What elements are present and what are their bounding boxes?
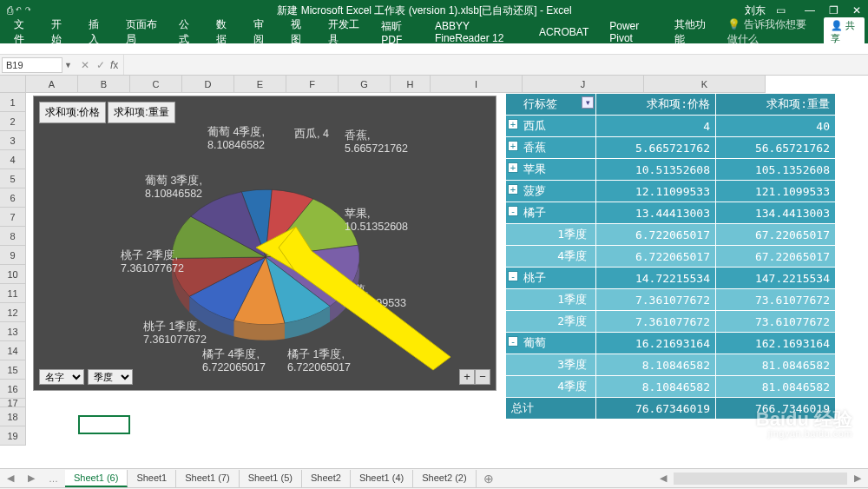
row-header[interactable]: 8 [0, 227, 26, 246]
share-button[interactable]: 👤 共享 [824, 17, 865, 47]
row-header[interactable]: 7 [0, 208, 26, 227]
expand-icon[interactable]: + [508, 141, 518, 151]
pivot-filter-icon[interactable]: ▾ [582, 96, 594, 109]
maximize-button[interactable]: ❐ [829, 4, 838, 17]
row-header[interactable]: 12 [0, 303, 26, 322]
fx-icon[interactable]: fx [110, 59, 118, 71]
tab-foxit[interactable]: 福昕PDF [371, 16, 424, 50]
row-header[interactable]: 6 [0, 188, 26, 208]
expand-icon[interactable]: - [508, 336, 518, 347]
tab-acrobat[interactable]: ACROBAT [529, 23, 599, 42]
active-cell[interactable] [78, 415, 130, 434]
chart-value-btn-2[interactable]: 求和项:重量 [108, 102, 174, 123]
tab-home[interactable]: 开始 [41, 14, 78, 50]
name-box[interactable]: B19 [2, 57, 62, 73]
expand-icon[interactable]: - [508, 271, 518, 281]
tab-developer[interactable]: 开发工具 [318, 14, 372, 50]
col-header[interactable]: H [391, 76, 431, 93]
close-button[interactable]: ✕ [852, 4, 861, 17]
sheet-nav-more[interactable]: … [42, 473, 65, 484]
col-header[interactable]: A [26, 76, 78, 93]
col-header[interactable]: K [644, 76, 766, 93]
expand-icon[interactable]: + [508, 162, 518, 173]
row-header[interactable]: 17 [0, 399, 26, 407]
tab-formulas[interactable]: 公式 [168, 14, 206, 50]
row-header[interactable]: 3 [0, 131, 26, 150]
pie-slice-label: 桃子 2季度,7.361077672 [121, 249, 184, 275]
tab-layout[interactable]: 页面布局 [115, 14, 169, 50]
tab-review[interactable]: 审阅 [243, 14, 280, 50]
row-header[interactable]: 14 [0, 341, 26, 360]
row-header[interactable]: 9 [0, 246, 26, 265]
chart-filter-name[interactable]: 名字 [39, 369, 84, 385]
expand-icon[interactable]: + [508, 184, 518, 195]
row-header[interactable]: 11 [0, 284, 26, 303]
col-header[interactable]: D [182, 76, 234, 93]
chart-expand-icon[interactable]: + [459, 369, 475, 385]
tab-view[interactable]: 视图 [280, 14, 318, 50]
formula-input[interactable] [123, 55, 868, 75]
pie-slice-label: 苹果,10.51352608 [345, 208, 408, 234]
sheet-tab[interactable]: Sheet1 (7) [176, 470, 239, 487]
col-header[interactable]: B [78, 76, 130, 93]
pie-slice-label: 西瓜, 4 [294, 128, 329, 141]
col-header[interactable]: E [234, 76, 286, 93]
namebox-dropdown-icon[interactable]: ▼ [64, 61, 72, 69]
tab-other[interactable]: 其他功能 [664, 14, 718, 50]
col-header[interactable]: I [431, 76, 523, 93]
tab-abbyy[interactable]: ABBYY FineReader 12 [424, 17, 529, 48]
tell-me[interactable]: 💡 告诉我你想要做什么 [717, 14, 824, 50]
row-header[interactable]: 1 [0, 93, 26, 112]
row-header[interactable]: 16 [0, 380, 26, 399]
chart-collapse-icon[interactable]: − [475, 369, 490, 385]
pie-chart-svg [34, 96, 497, 392]
expand-icon[interactable]: - [508, 206, 518, 216]
formula-bar: B19 ▼ ✕✓ fx [0, 55, 868, 76]
sheet-tabs: ◀ ▶ … Sheet1 (6)Sheet1Sheet1 (7)Sheet1 (… [0, 468, 868, 487]
col-header[interactable]: F [286, 76, 339, 93]
sheet-tab[interactable]: Sheet1 (4) [351, 470, 413, 487]
hscroll-left[interactable]: ◀ [653, 472, 674, 484]
pie-slice-label: 香蕉,5.665721762 [345, 129, 408, 155]
row-header[interactable]: 13 [0, 322, 26, 341]
row-header[interactable]: 19 [0, 426, 26, 446]
tab-insert[interactable]: 插入 [78, 14, 115, 50]
col-header[interactable]: C [130, 76, 182, 93]
hscroll-right[interactable]: ▶ [847, 472, 868, 484]
pivot-table[interactable]: 行标签▾求和项:价格求和项:重量+西瓜440+香蕉5.66572176256.6… [505, 93, 836, 420]
sheet-tab[interactable]: Sheet1 [128, 470, 176, 487]
expand-icon[interactable]: + [508, 119, 518, 129]
col-header[interactable]: J [523, 76, 644, 93]
sheet-nav-prev[interactable]: ◀ [0, 472, 21, 484]
chart-filter-quarter[interactable]: 季度 [88, 369, 133, 385]
row-header[interactable]: 2 [0, 112, 26, 131]
sheet-tab[interactable]: Sheet2 (2) [413, 470, 476, 487]
row-header[interactable]: 4 [0, 150, 26, 169]
chart-value-btn-1[interactable]: 求和项:价格 [39, 102, 106, 123]
pie-slice-label: 橘子 1季度,6.722065017 [287, 348, 351, 374]
select-all-corner[interactable] [0, 76, 26, 93]
pie-slice-label: 橘子 4季度,6.722065017 [202, 348, 266, 374]
worksheet-grid[interactable]: ABCDEFGHIJK 1234567891011121314151617181… [0, 76, 868, 468]
row-header[interactable]: 5 [0, 169, 26, 188]
enter-icon[interactable]: ✓ [96, 59, 105, 71]
tab-powerpivot[interactable]: Power Pivot [599, 17, 663, 48]
cancel-icon[interactable]: ✕ [81, 59, 89, 71]
pivot-chart[interactable]: 求和项:价格 求和项:重量 葡萄 4季度,8.10846582西瓜, 4香蕉,5… [33, 96, 496, 391]
sheet-tab[interactable]: Sheet2 [302, 470, 351, 487]
row-header[interactable]: 10 [0, 265, 26, 284]
pie-slice-label: 菠萝,12.11099533 [343, 284, 406, 310]
col-header[interactable]: G [339, 76, 391, 93]
row-header[interactable]: 18 [0, 407, 26, 426]
ribbon: 文件 开始 插入 页面布局 公式 数据 审阅 视图 开发工具 福昕PDF ABB… [0, 21, 868, 43]
add-sheet-icon[interactable]: ⊕ [477, 472, 501, 486]
sheet-tab[interactable]: Sheet1 (6) [65, 470, 128, 487]
tab-file[interactable]: 文件 [3, 14, 41, 50]
tab-data[interactable]: 数据 [206, 14, 243, 50]
pie-slice-label: 桃子 1季度,7.361077672 [143, 320, 207, 347]
sheet-tab[interactable]: Sheet1 (5) [240, 470, 302, 487]
sheet-nav-next[interactable]: ▶ [21, 472, 42, 484]
pie-slice-label: 葡萄 4季度,8.10846582 [207, 126, 265, 152]
row-header[interactable]: 15 [0, 360, 26, 380]
hscrollbar[interactable] [674, 472, 847, 485]
